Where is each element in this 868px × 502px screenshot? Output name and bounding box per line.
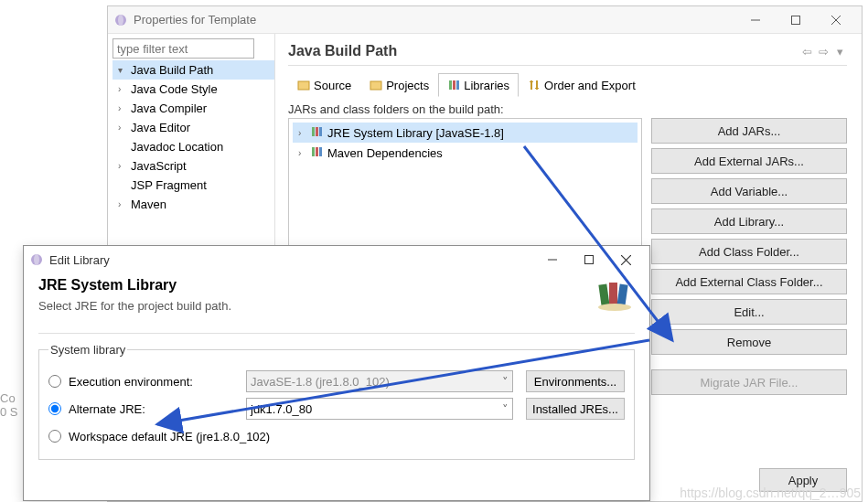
tree-item-jsp-fragment[interactable]: JSP Fragment: [113, 176, 274, 195]
section-title: Java Build Path: [288, 43, 397, 59]
svg-rect-25: [616, 284, 627, 307]
eclipse-icon: [29, 252, 44, 267]
add-variable-button[interactable]: Add Variable...: [651, 178, 847, 204]
lib-item-jre[interactable]: › JRE System Library [JavaSE-1.8]: [293, 123, 638, 143]
system-library-group: System library Execution environment: Ja…: [38, 343, 635, 460]
edit-button[interactable]: Edit...: [651, 299, 847, 325]
library-buttons: Add JARs... Add External JARs... Add Var…: [651, 118, 847, 436]
properties-title: Properties for Template: [134, 13, 256, 27]
background-text: Co 0 S: [0, 391, 18, 419]
tab-libraries[interactable]: Libraries: [438, 73, 519, 97]
radio-execution-env[interactable]: [48, 375, 61, 388]
library-icon: [309, 145, 324, 161]
chevron-down-icon: ˅: [502, 402, 509, 416]
svg-rect-12: [316, 127, 318, 136]
nav-fwd-icon[interactable]: ⇨: [816, 44, 830, 59]
group-legend: System library: [48, 343, 127, 357]
minimize-button[interactable]: [735, 7, 776, 33]
tree-item-javascript[interactable]: ›JavaScript: [113, 156, 274, 176]
tree-item-java-build-path[interactable]: ▾Java Build Path: [113, 60, 274, 80]
edit-library-dialog: Edit Library JRE System Library Select J…: [23, 245, 650, 501]
maximize-button[interactable]: [776, 7, 816, 33]
svg-rect-13: [319, 127, 322, 136]
environments-button[interactable]: Environments...: [526, 370, 625, 392]
properties-titlebar[interactable]: Properties for Template: [108, 6, 862, 34]
tab-projects[interactable]: Projects: [360, 73, 438, 97]
nav-menu-icon[interactable]: ▾: [832, 44, 847, 59]
radio-label-workspace[interactable]: Workspace default JRE (jre1.8.0_102): [69, 430, 270, 443]
chevron-right-icon: ›: [118, 123, 129, 133]
radio-label-alternate[interactable]: Alternate JRE:: [69, 402, 239, 416]
chevron-right-icon: ›: [118, 199, 129, 209]
close-button[interactable]: [607, 247, 644, 272]
chevron-right-icon: ›: [118, 84, 129, 94]
chevron-right-icon: ›: [298, 148, 309, 158]
edit-heading: JRE System Library: [38, 277, 231, 294]
tab-source[interactable]: Source: [288, 73, 360, 97]
edit-library-title: Edit Library: [49, 253, 110, 267]
minimize-button[interactable]: [534, 247, 571, 272]
tab-order-export[interactable]: Order and Export: [519, 73, 645, 97]
svg-rect-14: [312, 147, 315, 156]
nav-back-icon[interactable]: ⇦: [799, 44, 814, 59]
chevron-right-icon: ›: [118, 103, 129, 113]
svg-rect-15: [316, 147, 318, 156]
eclipse-icon: [113, 13, 128, 27]
svg-rect-20: [585, 256, 594, 264]
tree-item-java-compiler[interactable]: ›Java Compiler: [113, 99, 274, 118]
tree-item-javadoc-location[interactable]: Javadoc Location: [113, 137, 274, 156]
radio-alternate-jre[interactable]: [48, 402, 61, 415]
tree-item-maven[interactable]: ›Maven: [113, 195, 274, 214]
svg-rect-24: [609, 283, 617, 306]
add-external-jars-button[interactable]: Add External JARs...: [651, 148, 847, 174]
books-icon: [595, 277, 635, 312]
svg-rect-23: [598, 283, 609, 306]
svg-rect-11: [312, 127, 315, 136]
add-external-class-folder-button[interactable]: Add External Class Folder...: [651, 269, 847, 294]
nav-arrows: ⇦ ⇨ ▾: [799, 44, 847, 59]
add-class-folder-button[interactable]: Add Class Folder...: [651, 239, 847, 264]
close-button[interactable]: [816, 7, 856, 33]
svg-point-18: [34, 254, 39, 265]
add-jars-button[interactable]: Add JARs...: [651, 118, 847, 144]
maximize-button[interactable]: [571, 247, 607, 272]
svg-point-26: [598, 304, 631, 311]
svg-rect-3: [792, 16, 800, 24]
svg-rect-16: [319, 147, 322, 156]
subsection-label: JARs and class folders on the build path…: [288, 102, 847, 116]
alternate-jre-combo[interactable]: jdk1.7.0_80˅: [246, 398, 513, 420]
exec-env-combo: JavaSE-1.8 (jre1.8.0_102)˅: [246, 370, 513, 392]
svg-point-1: [118, 15, 123, 26]
add-library-button[interactable]: Add Library...: [651, 208, 847, 234]
remove-button[interactable]: Remove: [651, 329, 847, 355]
tree-item-java-code-style[interactable]: ›Java Code Style: [113, 80, 274, 99]
svg-rect-6: [298, 81, 309, 90]
installed-jres-button[interactable]: Installed JREs...: [526, 398, 625, 420]
chevron-right-icon: ›: [118, 161, 129, 171]
library-icon: [309, 125, 324, 141]
svg-rect-7: [370, 81, 381, 90]
projects-icon: [370, 79, 382, 91]
chevron-down-icon: ˅: [502, 375, 509, 389]
svg-rect-8: [449, 80, 452, 90]
tabbar: Source Projects Libraries Order and Expo…: [288, 73, 847, 97]
radio-workspace-default[interactable]: [48, 430, 61, 443]
order-icon: [528, 79, 541, 91]
watermark: https://blog.csdn.net/qq_2…905: [680, 486, 861, 500]
edit-library-titlebar[interactable]: Edit Library: [24, 246, 649, 273]
radio-label-exec-env[interactable]: Execution environment:: [69, 375, 239, 389]
edit-hint: Select JRE for the project build path.: [38, 299, 231, 313]
libraries-icon: [447, 79, 460, 91]
svg-rect-10: [456, 80, 459, 90]
source-icon: [297, 79, 310, 91]
tree-item-java-editor[interactable]: ›Java Editor: [113, 118, 274, 137]
svg-rect-9: [453, 80, 455, 90]
chevron-down-icon: ▾: [118, 65, 129, 75]
migrate-jar-button: Migrate JAR File...: [651, 369, 847, 395]
filter-input[interactable]: [113, 38, 254, 59]
properties-tree: ▾Java Build Path ›Java Code Style ›Java …: [113, 60, 274, 214]
lib-item-maven[interactable]: › Maven Dependencies: [293, 143, 638, 163]
chevron-right-icon: ›: [298, 128, 309, 138]
